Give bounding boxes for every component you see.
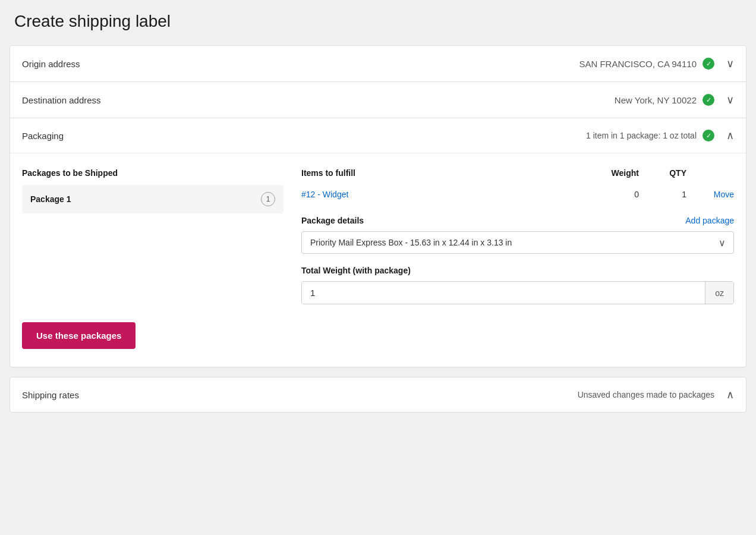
package-details-section: Package details Add package Priority Mai… <box>301 216 734 304</box>
qty-header: QTY <box>651 168 698 178</box>
packaging-summary-text: 1 item in 1 package: 1 oz total <box>586 131 697 140</box>
origin-address-collapse-icon[interactable]: ∨ <box>726 57 734 70</box>
origin-address-value: SAN FRANCISCO, CA 94110 <box>579 59 697 69</box>
package-1-name: Package 1 <box>30 194 71 204</box>
package-1-row: Package 1 1 <box>22 185 284 213</box>
item-weight: 0 <box>591 190 651 199</box>
package-1-badge: 1 <box>261 192 275 206</box>
package-type-select-wrapper: Priority Mail Express Box - 15.63 in x 1… <box>301 231 734 254</box>
shipping-rates-collapse-icon[interactable]: ∧ <box>726 388 734 401</box>
packaging-check-icon: ✓ <box>703 130 714 141</box>
destination-address-label: Destination address <box>22 95 141 105</box>
item-row: #12 - Widget 0 1 Move <box>301 185 734 204</box>
packaging-collapse-icon[interactable]: ∧ <box>726 129 734 142</box>
weight-unit-label: oz <box>705 282 733 304</box>
destination-address-collapse-icon[interactable]: ∨ <box>726 93 734 106</box>
total-weight-label: Total Weight (with package) <box>301 266 734 275</box>
origin-address-check-icon: ✓ <box>703 58 714 70</box>
packaging-label: Packaging <box>22 131 64 141</box>
origin-address-label: Origin address <box>22 59 141 69</box>
items-to-fulfill-header: Items to fulfill <box>301 168 591 178</box>
item-qty: 1 <box>651 190 698 199</box>
packages-to-be-shipped-header: Packages to be Shipped <box>22 168 118 178</box>
destination-address-check-icon: ✓ <box>703 94 714 106</box>
total-weight-input[interactable] <box>302 282 705 304</box>
total-weight-section: Total Weight (with package) oz <box>301 266 734 304</box>
move-link[interactable]: Move <box>698 190 734 199</box>
package-type-select[interactable]: Priority Mail Express Box - 15.63 in x 1… <box>301 231 734 254</box>
page-title: Create shipping label <box>10 12 746 31</box>
shipping-rates-label: Shipping rates <box>22 390 79 400</box>
package-details-label: Package details <box>301 216 364 225</box>
destination-address-value: New York, NY 10022 <box>615 95 697 105</box>
use-packages-button[interactable]: Use these packages <box>22 322 136 349</box>
unsaved-changes-text: Unsaved changes made to packages <box>578 390 714 399</box>
weight-header: Weight <box>591 168 651 178</box>
add-package-link[interactable]: Add package <box>685 216 734 225</box>
item-name-link[interactable]: #12 - Widget <box>301 190 591 199</box>
